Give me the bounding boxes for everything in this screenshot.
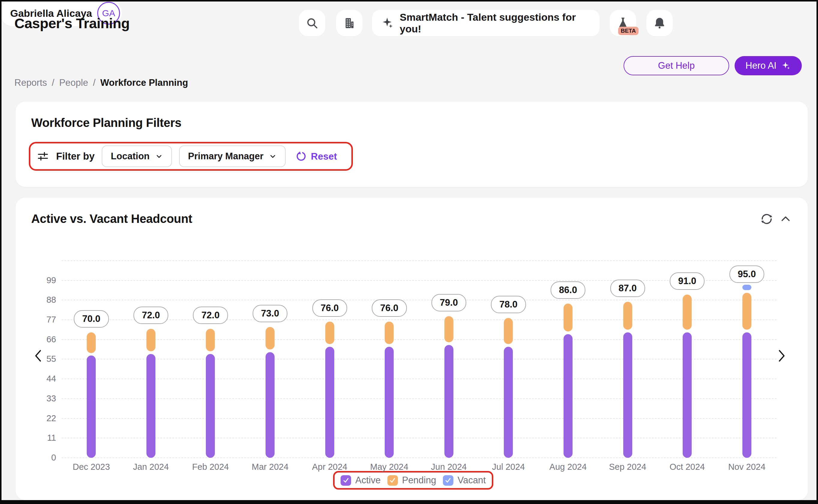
smartmatch-banner[interactable]: SmartMatch - Talent suggestions for you!	[372, 10, 600, 36]
legend-checkbox-active[interactable]	[341, 475, 351, 486]
breadcrumb-separator: /	[93, 77, 96, 88]
workforce-planning-page: Casper's Training	[0, 0, 818, 504]
chevron-down-icon	[269, 152, 277, 160]
refresh-icon[interactable]	[760, 213, 773, 225]
chart-next-arrow[interactable]	[774, 348, 789, 364]
notifications-button[interactable]	[646, 10, 673, 36]
location-dropdown-label: Location	[111, 151, 149, 162]
breadcrumb-separator: /	[52, 77, 55, 88]
breadcrumb-people[interactable]: People	[59, 77, 88, 88]
get-help-label: Get Help	[658, 60, 695, 71]
filter-by-label: Filter by	[56, 151, 95, 162]
filters-card: Workforce Planning Filters Filter by Loc…	[16, 102, 808, 187]
legend-item-active: Active	[341, 475, 380, 486]
breadcrumb-reports[interactable]: Reports	[14, 77, 47, 88]
company-button[interactable]	[336, 10, 362, 36]
get-help-button[interactable]: Get Help	[624, 56, 729, 75]
location-dropdown[interactable]: Location	[102, 145, 172, 167]
legend-label: Vacant	[458, 475, 486, 486]
breadcrumb-current: Workforce Planning	[100, 77, 188, 88]
hero-ai-label: Hero AI	[745, 60, 776, 71]
hero-ai-button[interactable]: Hero AI	[735, 56, 802, 75]
legend-item-vacant: Vacant	[443, 475, 486, 486]
legend-label: Pending	[402, 475, 436, 486]
app-title: Casper's Training	[14, 15, 130, 31]
sparkles-icon	[781, 61, 791, 71]
breadcrumb: Reports / People / Workforce Planning	[14, 77, 188, 88]
primary-manager-dropdown[interactable]: Primary Manager	[179, 145, 286, 167]
bell-icon	[653, 17, 666, 30]
building-icon	[343, 17, 356, 29]
legend-annotation-box: ActivePendingVacant	[333, 471, 493, 490]
legend-item-pending: Pending	[387, 475, 436, 486]
collapse-chevron-up-icon[interactable]	[780, 213, 792, 225]
legend-label: Active	[355, 475, 380, 486]
reset-icon	[295, 151, 307, 162]
legend-checkbox-pending[interactable]	[387, 475, 398, 486]
filter-sliders-icon	[37, 150, 49, 162]
sparkle-icon	[381, 17, 394, 30]
reset-label: Reset	[311, 151, 337, 162]
chart-title: Active vs. Vacant Headcount	[31, 212, 192, 226]
filter-row-annotation: Filter by Location Primary Manager	[29, 142, 353, 171]
primary-manager-dropdown-label: Primary Manager	[188, 151, 264, 162]
search-icon	[306, 17, 318, 29]
smartmatch-label: SmartMatch - Talent suggestions for you!	[400, 11, 591, 35]
search-button[interactable]	[299, 10, 325, 36]
chevron-down-icon	[155, 152, 163, 160]
labs-button[interactable]: BETA	[610, 10, 636, 36]
beta-badge: BETA	[618, 27, 639, 35]
reset-filters-button[interactable]: Reset	[295, 151, 337, 162]
headcount-chart-card: Active vs. Vacant Headcount	[16, 198, 808, 500]
check-icon	[389, 477, 396, 484]
check-icon	[342, 477, 350, 484]
chart-prev-arrow[interactable]	[31, 348, 46, 364]
legend-checkbox-vacant[interactable]	[443, 475, 453, 486]
filters-title: Workforce Planning Filters	[31, 116, 181, 130]
check-icon	[444, 477, 452, 484]
